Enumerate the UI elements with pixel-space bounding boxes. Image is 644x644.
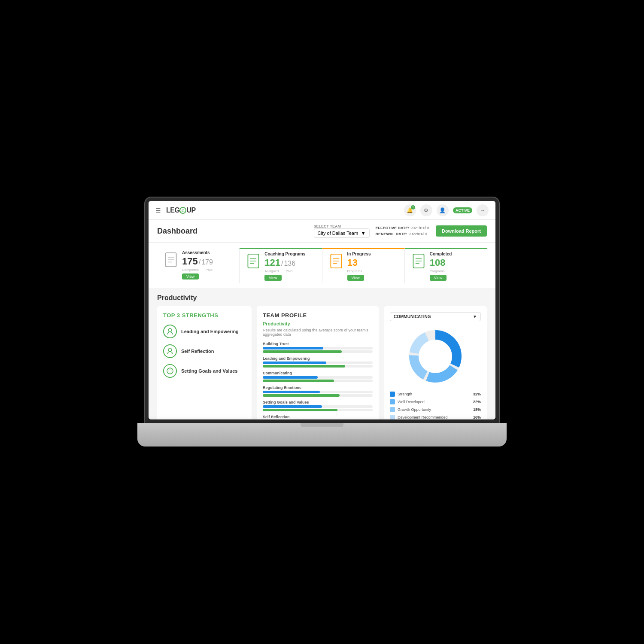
settings-icon[interactable]: ⚙ xyxy=(420,204,432,216)
assessments-paid-label: Paid xyxy=(206,268,213,272)
assessments-content: Assessments 175 / 179 Completed Paid Vie… xyxy=(182,250,213,279)
completed-count: 108 xyxy=(430,257,446,268)
dropdown-chevron-icon: ▼ xyxy=(473,314,477,319)
assessments-icon xyxy=(164,252,178,267)
strength-2-icon xyxy=(163,344,177,358)
inprogress-count: 13 xyxy=(347,257,358,268)
dashboard-header: Dashboard SELECT TEAM City of Dallas Tea… xyxy=(149,220,495,243)
bar-label-4: Setting Goals and Values xyxy=(263,400,373,404)
bar-row-3: Regulating Emotions xyxy=(263,386,373,397)
team-profile-desc: Results are calculated using the average… xyxy=(263,328,373,337)
svg-text:G: G xyxy=(182,209,185,213)
coaching-paid: 136 xyxy=(284,260,295,267)
strengths-title: TOP 3 STRENGTHS xyxy=(163,312,246,319)
coaching-assigned-label: Assigned xyxy=(264,269,279,273)
notification-icon[interactable]: 🔔1 xyxy=(404,204,416,216)
effective-date-label: EFFECTIVE DATE: xyxy=(376,226,410,230)
assessments-view-button[interactable]: View xyxy=(182,273,199,279)
strengths-panel: TOP 3 STRENGTHS Leading and Empowering xyxy=(157,306,252,419)
logo-leg: LEG xyxy=(166,207,179,214)
bar-row-0: Building Trust xyxy=(263,342,373,353)
legend-strength-label: Strength xyxy=(398,392,412,396)
svg-point-29 xyxy=(422,343,449,370)
strength-1-icon xyxy=(163,325,177,338)
dashboard-title: Dashboard xyxy=(157,227,197,236)
section-title: Productivity xyxy=(157,294,487,302)
legend-well-developed: Well Developed 22% xyxy=(390,399,481,404)
assessments-label: Assessments xyxy=(182,250,213,255)
productivity-grid: TOP 3 STRENGTHS Leading and Empowering xyxy=(157,306,487,419)
strength-3-icon xyxy=(163,364,177,378)
coaching-label: Coaching Programs xyxy=(264,252,305,256)
strength-item-1: Leading and Empowering xyxy=(163,325,246,338)
strength-item-2: Self Reflection xyxy=(163,344,246,358)
inprogress-label: In Progress xyxy=(347,252,371,256)
assessments-paid: 179 xyxy=(201,258,213,266)
legend-strength: Strength 32% xyxy=(390,392,481,397)
coaching-paid-label: Paid xyxy=(286,269,292,273)
assessments-completed: 175 xyxy=(182,256,198,267)
team-dropdown[interactable]: City of Dallas Team ▼ xyxy=(314,228,370,238)
coaching-content: Coaching Programs 121 / 136 Assigned Pai… xyxy=(264,252,305,281)
download-report-button[interactable]: Download Report xyxy=(436,225,487,237)
bar-row-4: Setting Goals and Values xyxy=(263,400,373,411)
select-team-label: SELECT TEAM xyxy=(314,224,370,228)
inprogress-sublabel: Programs xyxy=(347,269,362,273)
assessments-card: Assessments 175 / 179 Completed Paid Vie… xyxy=(157,248,240,283)
effective-date: 2021/01/01 xyxy=(410,226,430,230)
renewal-date-label: RENEWAL DATE: xyxy=(376,232,407,236)
stats-row: Assessments 175 / 179 Completed Paid Vie… xyxy=(149,243,495,289)
bar-row-1: Leading and Empowering xyxy=(263,356,373,368)
team-profile-panel: TEAM PROFILE Productivity Results are ca… xyxy=(257,306,379,419)
inprogress-content: In Progress 13 Programs View xyxy=(347,252,371,281)
completed-icon xyxy=(412,253,425,269)
svg-point-19 xyxy=(168,348,172,352)
team-selector-wrapper: SELECT TEAM City of Dallas Team ▼ xyxy=(314,224,370,238)
completed-label: Completed xyxy=(430,252,452,256)
inprogress-icon xyxy=(329,253,343,269)
coaching-view-button[interactable]: View xyxy=(264,275,281,281)
legend-development-recommended-pct: 16% xyxy=(473,415,481,419)
legend-growth-opportunity-pct: 18% xyxy=(473,407,481,412)
svg-point-21 xyxy=(169,370,171,372)
legend-growth-opportunity: Growth Opportunity 18% xyxy=(390,407,481,412)
completed-card: Completed 108 Programs View xyxy=(405,248,487,283)
strength-1-name: Leading and Empowering xyxy=(181,329,239,334)
coaching-card: Coaching Programs 121 / 136 Assigned Pai… xyxy=(240,248,322,283)
svg-point-18 xyxy=(168,328,172,332)
bar-row-5: Self Reflection xyxy=(263,415,373,419)
bar-label-5: Self Reflection xyxy=(263,415,373,419)
bar-row-2: Communicating xyxy=(263,371,373,382)
logout-icon[interactable]: → xyxy=(477,204,489,216)
hamburger-icon[interactable]: ☰ xyxy=(155,207,161,214)
header-right: SELECT TEAM City of Dallas Team ▼ EFFECT… xyxy=(314,224,487,238)
dates-info: EFFECTIVE DATE: 2021/01/01 RENEWAL DATE:… xyxy=(376,225,430,237)
productivity-section: Productivity TOP 3 STRENGTHS Leading and… xyxy=(149,289,495,419)
legend-strength-pct: 32% xyxy=(473,392,481,396)
legend-development-recommended-label: Development Recommended xyxy=(398,415,448,419)
donut-panel: COMMUNICATING ▼ xyxy=(384,306,487,419)
assessments-completed-label: Completed xyxy=(182,268,199,272)
communicating-dropdown[interactable]: COMMUNICATING ▼ xyxy=(390,312,481,321)
team-profile-subtitle: Productivity xyxy=(263,321,373,326)
renewal-date: 2022/01/01 xyxy=(408,232,428,236)
legend-well-developed-label: Well Developed xyxy=(398,400,425,404)
donut-legend: Strength 32% Well Developed 22% xyxy=(390,392,481,419)
legend-development-recommended: Development Recommended 16% xyxy=(390,415,481,419)
strength-item-3: Setting Goals and Values xyxy=(163,364,246,378)
strength-2-name: Self Reflection xyxy=(181,349,214,354)
bar-label-3: Regulating Emotions xyxy=(263,386,373,390)
legend-well-developed-pct: 22% xyxy=(473,400,481,404)
inprogress-card: In Progress 13 Programs View xyxy=(322,248,405,283)
active-badge: ACTIVE xyxy=(453,207,472,213)
inprogress-view-button[interactable]: View xyxy=(347,275,364,281)
coaching-icon xyxy=(246,253,260,269)
bar-label-1: Leading and Empowering xyxy=(263,356,373,361)
donut-chart xyxy=(390,326,481,386)
navbar: ☰ LEG G UP 🔔1 ⚙ 👤 ACTIVE → xyxy=(149,201,495,220)
completed-view-button[interactable]: View xyxy=(430,275,447,281)
completed-sublabel: Programs xyxy=(430,269,445,273)
user-icon[interactable]: 👤 xyxy=(437,204,449,216)
team-profile-title: TEAM PROFILE xyxy=(263,312,373,319)
dropdown-chevron-icon: ▼ xyxy=(361,231,366,236)
